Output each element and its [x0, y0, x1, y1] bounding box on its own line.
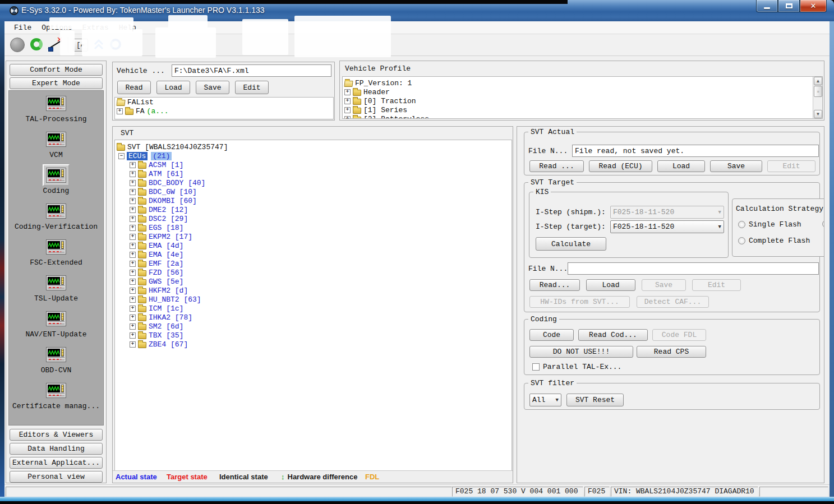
read-cps-button[interactable]: Read CPS: [637, 346, 706, 358]
expand-icon[interactable]: +: [130, 189, 136, 195]
sidebar-item-vcm[interactable]: VCM: [43, 128, 70, 159]
comfort-mode-button[interactable]: Comfort Mode: [10, 64, 103, 76]
expand-icon[interactable]: +: [130, 306, 136, 312]
expand-icon[interactable]: +: [130, 323, 136, 330]
expand-icon[interactable]: +: [130, 216, 136, 222]
ecu-tree-item-sm2-6d[interactable]: +SM2 [6d]: [115, 322, 512, 331]
profile-tree-item-0-traction[interactable]: +[0] Traction: [343, 96, 822, 105]
istep-target-dropdown[interactable]: F025-18-11-520 ▼: [610, 220, 724, 233]
expand-icon[interactable]: +: [130, 198, 136, 204]
expand-icon[interactable]: +: [130, 341, 136, 348]
read-ecu-button[interactable]: Read (ECU): [589, 160, 652, 172]
ecu-tree-item-bdc-gw-10[interactable]: +BDC_GW [10]: [115, 187, 512, 196]
scroll-up-button[interactable]: ▲: [814, 77, 822, 85]
external-data-button[interactable]: [⌐: [73, 39, 88, 52]
scroll-down-button[interactable]: ▼: [814, 110, 822, 118]
ecu-tree-item-atm-61[interactable]: +ATM [61]: [115, 169, 512, 178]
ecu-tree-item-ihka2-78[interactable]: +IHKA2 [78]: [115, 313, 512, 322]
minimize-button[interactable]: [756, 0, 778, 12]
expand-icon[interactable]: +: [130, 180, 136, 186]
expand-icon[interactable]: +: [130, 162, 136, 168]
expand-icon[interactable]: +: [344, 98, 351, 104]
radio-single-flash[interactable]: Single Flash: [738, 220, 801, 229]
svt-reset-button[interactable]: SVT Reset: [566, 394, 624, 406]
ecu-tree-item-dkombi-60[interactable]: +DKOMBI [60]: [115, 196, 512, 205]
expand-icon[interactable]: +: [130, 315, 136, 321]
save-button[interactable]: Save: [710, 160, 762, 172]
connection-config-icon[interactable]: [30, 38, 43, 50]
ecu-tree-item-acsm-1[interactable]: +ACSM [1]: [115, 160, 512, 169]
expand-icon[interactable]: +: [130, 270, 136, 276]
expand-icon[interactable]: +: [130, 171, 136, 177]
read-cod-button[interactable]: Read Cod...: [578, 329, 648, 341]
menu-file[interactable]: File: [9, 22, 36, 33]
external-applications-button[interactable]: External Applicat...: [10, 457, 103, 469]
sidebar-item-nav-ent-update[interactable]: NAV/ENT-Update: [25, 308, 86, 339]
sidebar-item-certificate-manag[interactable]: Certificate manag...: [12, 380, 100, 410]
scroll-thumb[interactable]: ≡: [814, 86, 822, 97]
ecu-tree-item-hkfm2-d[interactable]: +HKFM2 [d]: [115, 286, 512, 295]
do-not-use-button[interactable]: DO NOT USE!!!: [529, 346, 633, 358]
token-icon[interactable]: [93, 38, 106, 52]
ecu-tree-item-dme2-12[interactable]: +DME2 [12]: [115, 205, 512, 214]
calculate-button[interactable]: Calculate: [536, 237, 606, 251]
radio-complete-flash[interactable]: Complete Flash: [738, 237, 810, 245]
sidebar-item-tsl-update[interactable]: TSL-Update: [34, 272, 78, 303]
fa-save-button[interactable]: Save: [196, 81, 229, 94]
expand-icon[interactable]: +: [130, 225, 136, 231]
menu-help[interactable]: Help: [114, 22, 141, 33]
vehicle-path-input[interactable]: [172, 64, 331, 77]
ecu-tree-item-gws-5e[interactable]: +GWS [5e]: [115, 277, 512, 286]
ecu-tree-item-hu-nbt2-63[interactable]: +HU_NBT2 [63]: [115, 295, 512, 304]
ecu-tree-item-tbx-35[interactable]: +TBX [35]: [115, 331, 512, 340]
expand-icon[interactable]: +: [130, 332, 136, 339]
svt-tree-root[interactable]: SVT [WBALS2104J0Z35747]: [115, 142, 512, 151]
code-button[interactable]: Code: [529, 329, 574, 341]
sidebar-item-obd-cvn[interactable]: OBD-CVN: [41, 344, 72, 374]
fa-tree-item-fa[interactable]: + FA (a...: [115, 107, 333, 115]
ecu-tree-item-emf-2a[interactable]: +EMF [2a]: [115, 259, 512, 268]
expand-icon[interactable]: +: [130, 297, 136, 303]
ecu-tree-item-ekpm2-17[interactable]: +EKPM2 [17]: [115, 232, 512, 241]
ecu-tree-item-egs-18[interactable]: +EGS [18]: [115, 223, 512, 232]
svt-filter-dropdown[interactable]: All ▼: [529, 394, 561, 406]
data-handling-button[interactable]: Data Handling: [10, 443, 103, 455]
expert-mode-button[interactable]: Expert Mode: [10, 77, 103, 89]
parallel-tal-checkbox[interactable]: Parallel TAL-Ex...: [532, 363, 621, 371]
load-button[interactable]: Load: [586, 279, 635, 291]
expand-icon[interactable]: +: [130, 243, 136, 249]
fa-read-button[interactable]: Read: [117, 81, 151, 94]
expand-icon[interactable]: +: [344, 116, 351, 119]
fa-edit-button[interactable]: Edit: [235, 81, 269, 94]
expand-icon[interactable]: +: [344, 107, 351, 113]
editors-viewers-button[interactable]: Editors & Viewers: [10, 429, 103, 441]
fa-load-button[interactable]: Load: [156, 81, 190, 94]
sidebar-item-tal-processing[interactable]: TAL-Processing: [25, 93, 86, 123]
expand-icon[interactable]: +: [130, 261, 136, 267]
svt-actual-file-input[interactable]: [572, 145, 819, 157]
connect-icon[interactable]: [10, 38, 25, 52]
maximize-button[interactable]: [778, 0, 800, 12]
comm-status-icon[interactable]: [110, 39, 121, 50]
personal-view-button[interactable]: Personal view: [10, 471, 103, 483]
expand-icon[interactable]: +: [117, 108, 123, 114]
ecu-tree-item-icm-1c[interactable]: +ICM [1c]: [115, 304, 512, 313]
ecu-tree-item-ema-4e[interactable]: +EMA [4e]: [115, 250, 512, 259]
expand-icon[interactable]: +: [130, 288, 136, 294]
sidebar-item-fsc-extended[interactable]: FSC-Extended: [30, 236, 82, 267]
profile-tree-item-1-series[interactable]: +[1] Series: [343, 105, 822, 114]
ecu-tree-item-zbe4-67[interactable]: +ZBE4 [67]: [115, 340, 512, 349]
load-button[interactable]: Load: [657, 160, 705, 172]
profile-scrollbar[interactable]: ▲ ≡ ▼: [813, 77, 822, 118]
ecu-tree-item-bdc-body-40[interactable]: +BDC_BODY [40]: [115, 178, 512, 187]
expand-icon[interactable]: +: [130, 252, 136, 258]
menu-extras[interactable]: Extras: [77, 22, 114, 33]
read-button[interactable]: Read ...: [529, 160, 584, 172]
ecu-tree-item-dsc2-29[interactable]: +DSC2 [29]: [115, 214, 512, 223]
expand-icon[interactable]: +: [344, 89, 351, 95]
read-button[interactable]: Read...: [529, 279, 580, 291]
profile-tree-item-2-batteryless[interactable]: +[2] Batteryless: [343, 114, 822, 119]
profile-tree-item-fp-version-1[interactable]: FP_Version: 1: [343, 78, 822, 87]
expand-icon[interactable]: +: [130, 234, 136, 240]
sidebar-item-coding-verification[interactable]: Coding-Verification: [15, 200, 98, 231]
